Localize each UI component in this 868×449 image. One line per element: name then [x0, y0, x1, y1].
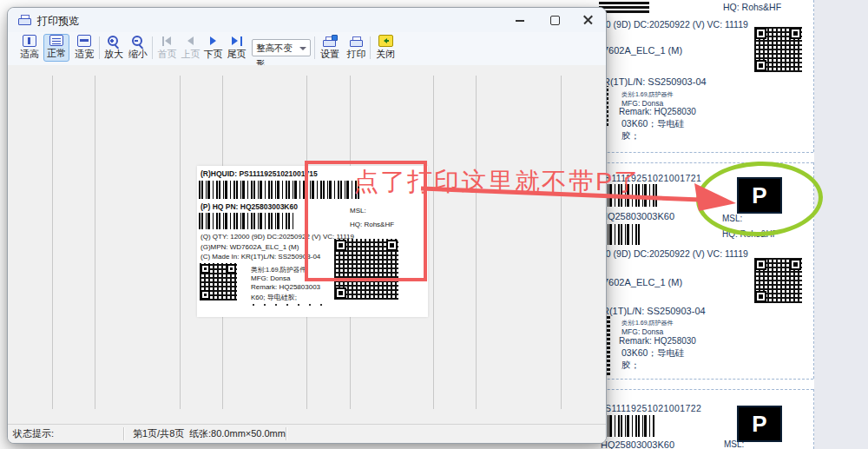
nav-bar	[240, 36, 242, 46]
zoom-out-button[interactable]: 缩小	[126, 34, 150, 62]
label-remark: 胶；	[621, 130, 640, 142]
qr-code	[200, 263, 237, 300]
fit-height-button[interactable]: 适高	[16, 34, 43, 62]
dots-row	[253, 304, 331, 306]
label-lot: R(1T)L/N: SS250903-04	[603, 76, 707, 87]
button-label: 适高	[20, 48, 39, 61]
label-mpn: 7602A_ELC_1 (M)	[603, 45, 682, 56]
barcode	[601, 224, 641, 245]
zoom-out-icon	[131, 36, 145, 48]
button-label: 放大	[104, 48, 123, 61]
fit-width-button[interactable]: 适宽	[71, 34, 97, 62]
label-border	[813, 389, 814, 449]
label-msl: MSL:	[724, 439, 744, 449]
barcode	[199, 213, 294, 229]
button-label: 尾页	[227, 48, 247, 61]
normal-view-button[interactable]: 正常	[43, 34, 69, 62]
label-mfg: MFG: Donsa	[621, 327, 663, 336]
label-category: 类别:1.69,防护器件	[251, 266, 306, 274]
minimize-button[interactable]	[511, 12, 529, 28]
window-title: 打印预览	[37, 14, 79, 29]
label-pn: HQ25803003K60	[601, 439, 674, 449]
page-indicator: 第1页/共8页	[133, 425, 184, 442]
screen: HQ: Rohs&HF 00 (9D) DC:20250922 (V) VC: …	[0, 0, 868, 449]
qr-finder	[201, 290, 210, 300]
first-page-button[interactable]: 首页	[155, 34, 179, 62]
p-logo: P	[737, 406, 782, 442]
button-label: 设置	[320, 48, 339, 61]
plus-sign	[109, 38, 115, 43]
prev-page-icon	[184, 36, 198, 46]
qr-finder	[335, 287, 346, 299]
button-label: 打印	[347, 48, 366, 61]
printer-icon	[18, 15, 32, 26]
chevron-down-icon	[299, 47, 306, 54]
zoom-in-icon	[107, 36, 121, 48]
toolbar-separator	[99, 36, 100, 59]
label-remark: Remark: HQ258030	[619, 336, 696, 346]
button-label: 正常	[47, 47, 66, 60]
label-border	[813, 0, 814, 152]
printer-settings-icon	[323, 36, 337, 48]
close-window-button[interactable]	[579, 12, 596, 28]
status-label: 状态提示:	[13, 425, 54, 442]
qr-finder	[790, 28, 801, 39]
label-remark: K60; 导电硅胶;	[251, 293, 297, 302]
gear-dot	[332, 35, 338, 41]
first-page-icon	[161, 36, 174, 46]
label-mfg: MFG: Donsa	[251, 274, 290, 282]
fit-width-icon	[77, 35, 91, 47]
label-mpn: 7602A_ELC_1 (M)	[603, 277, 682, 287]
scale-mode-select[interactable]: 整高不变形	[252, 39, 311, 56]
qr-finder	[755, 291, 766, 302]
toolbar-separator	[370, 36, 371, 59]
status-bar: 状态提示: 第1页/共8页 纸张:80.0mm×50.0mm	[8, 424, 606, 443]
label-category: 类别:1.69,防护器件	[621, 319, 674, 327]
arrow-head	[694, 183, 736, 211]
print-settings-button[interactable]: 设置	[318, 34, 342, 62]
column-line	[180, 76, 181, 409]
qr-finder	[755, 28, 766, 39]
label-lot: R(1T)L/N: SS250903-04	[602, 306, 706, 316]
print-button[interactable]: 打印	[345, 34, 368, 62]
label-category: 类别:1.69,防护器件	[621, 90, 674, 99]
last-page-button[interactable]: 尾页	[225, 34, 248, 62]
paper-size: 纸张:80.0mm×50.0mm	[189, 425, 286, 442]
label-remark: Remark: HQ258030	[619, 107, 696, 116]
column-line	[433, 76, 434, 409]
toolbar: 适高 正常 适宽 放大 缩小 首页	[8, 32, 606, 66]
normal-view-icon	[49, 35, 63, 46]
zoom-in-button[interactable]: 放大	[102, 34, 126, 62]
prev-page-button[interactable]: 上页	[180, 34, 201, 62]
qr-finder	[755, 60, 766, 71]
label-remark: Remark: HQ25803003	[251, 283, 320, 291]
toolbar-separator	[152, 36, 153, 59]
background-panel	[814, 0, 868, 449]
qr-code	[754, 258, 802, 303]
close-preview-button[interactable]: 关闭	[373, 34, 398, 62]
barcode	[601, 415, 654, 437]
label-pn: (P) HQ PN: HQ25803003K60	[201, 202, 298, 211]
label-remark: 03K60；导电硅	[621, 347, 684, 360]
title-bar: 打印预览	[8, 8, 606, 32]
barcode	[599, 0, 649, 13]
label-serial: S11119251021001722	[605, 403, 701, 413]
column-line	[476, 76, 477, 409]
label-made-in: (C) Made In: KR(1T)L/N: SS250903-04	[201, 253, 320, 261]
status-separator	[286, 427, 286, 440]
label-mpn: (G)MPN: WD7602A_ELC_1 (M)	[201, 243, 299, 251]
column-line	[52, 76, 53, 409]
nav-bar	[162, 36, 164, 46]
qr-code	[754, 27, 802, 72]
label-hquid: (R)HQUID: PS11119251021001715	[201, 169, 318, 178]
minus-sign	[134, 38, 139, 43]
qr-finder	[201, 264, 210, 274]
label-dc-line: 00 (9D) DC:20250922 (V) VC: 11119	[601, 248, 748, 259]
qr-finder	[790, 259, 801, 270]
maximize-button[interactable]	[546, 12, 563, 28]
next-page-button[interactable]: 下页	[202, 34, 224, 62]
status-separator	[123, 427, 124, 440]
fit-height-icon	[23, 35, 36, 47]
column-line	[561, 76, 562, 409]
qr-finder	[227, 264, 236, 274]
